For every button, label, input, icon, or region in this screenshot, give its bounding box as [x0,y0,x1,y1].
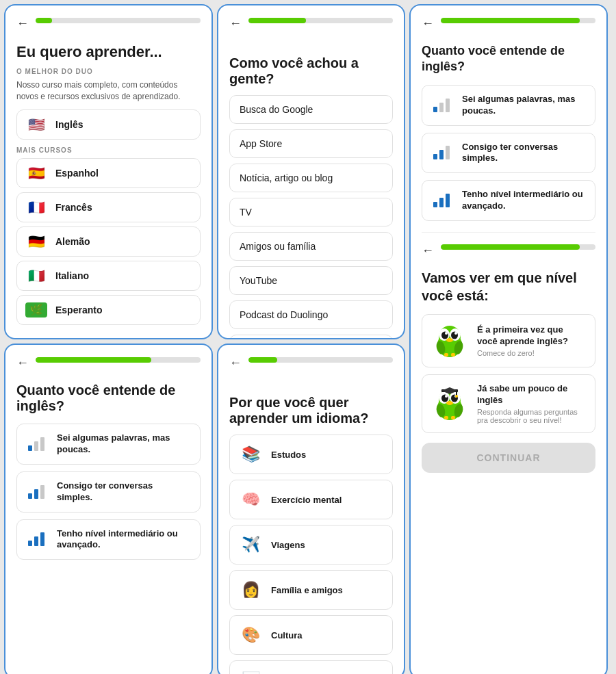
panel1-best-label: O MELHOR DO DUO [16,68,201,75]
flag-italiano: 🇮🇹 [25,268,47,283]
svg-rect-1 [34,441,38,451]
level-advanced[interactable]: Tenho nível intermediário ou avançado. [16,519,201,560]
bar-icon-inter [432,190,454,211]
progress-fill-3 [36,357,151,363]
back-arrow-7[interactable]: ← [422,244,434,258]
option-tiktok[interactable]: TikTok [229,335,393,339]
panel6-level-title: Quanto você entende de inglês? [422,43,595,75]
svg-rect-28 [446,146,450,159]
bar-icon-simple [27,481,49,503]
level-simple2-text: Consigo ter conversas simples. [462,142,585,165]
bar-icon-advanced [27,528,49,550]
lang-alemao[interactable]: 🇩🇪 Alemão [16,226,201,257]
option-noticia[interactable]: Notícia, artigo ou blog [229,164,393,192]
svg-point-38 [445,332,448,335]
option-google[interactable]: Busca do Google [229,95,393,124]
option-appstore[interactable]: App Store [229,129,393,158]
option-tv[interactable]: TV [229,198,393,226]
placement-zero-sub: Comece do zero! [477,349,585,357]
level-option-simple[interactable]: Consigo ter conversas simples. [422,133,595,174]
svg-rect-8 [40,532,44,546]
flag-esperanto: 🌿 [25,302,47,317]
level-option-inter[interactable]: Tenho nível intermediário ou avançado. [422,180,595,221]
reason-viagens[interactable]: ✈️ Viagens [229,525,393,565]
reason-mental[interactable]: 🧠 Exercício mental [229,480,393,519]
icon-mental: 🧠 [238,487,263,512]
svg-point-39 [454,332,457,335]
svg-rect-0 [28,445,32,451]
svg-rect-7 [34,536,38,546]
svg-rect-23 [433,107,437,112]
progress-bar-3 [36,357,201,363]
owl-grad [432,386,467,422]
reason-familia[interactable]: 👩 Família e amigos [229,570,393,610]
bar-icon-simple2 [432,142,454,164]
panel6-placement-title: Vamos ver em que nível você está: [422,269,595,304]
flag-espanhol: 🇪🇸 [25,166,47,181]
panel1-more-label: MAIS CURSOS [16,146,201,154]
icon-cultura: 🎨 [238,623,263,647]
level-simple[interactable]: Consigo ter conversas simples. [16,471,201,513]
panel1-desc: Nosso curso mais completo, com conteúdos… [16,79,201,103]
flag-alemao: 🇩🇪 [25,234,47,249]
panel-level: ← Quanto você entende de inglês? Sei alg… [4,344,213,674]
flag-ingles: 🇺🇸 [25,117,47,132]
svg-rect-26 [433,154,437,159]
progress-bar-4 [248,357,393,363]
level-simple-text: Consigo ter conversas simples. [57,480,190,504]
lang-espanhol[interactable]: 🇪🇸 Espanhol [16,158,201,188]
placement-test-text: Já sabe um pouco de inglês Responda algu… [477,383,585,424]
option-podcast[interactable]: Podcast do Duolingo [229,300,393,329]
level-beginner-text: Sei algumas palavras, mas poucas. [57,432,190,456]
level-option-few[interactable]: Sei algumas palavras, mas poucas. [422,85,595,126]
lang-espanhol-name: Espanhol [55,168,99,179]
back-arrow-3[interactable]: ← [16,356,29,370]
lang-alemao-name: Alemão [55,236,90,247]
option-amigos[interactable]: Amigos ou família [229,232,393,261]
level-beginner[interactable]: Sei algumas palavras, mas poucas. [16,424,201,465]
reason-familia-text: Família e amigos [271,585,343,595]
lang-italiano[interactable]: 🇮🇹 Italiano [16,261,201,291]
back-arrow-1[interactable]: ← [16,16,29,31]
svg-rect-44 [451,353,455,357]
placement-zero-title: É a primeira vez que você aprende inglês… [477,324,585,348]
flag-frances: 🇫🇷 [25,200,47,215]
svg-point-53 [446,401,453,405]
icon-carreira: 📊 [238,668,263,674]
reason-estudos-text: Estudos [271,450,306,460]
panel-placement: ← Quanto você entende de inglês? Sei alg… [409,4,608,674]
panel3-title: Quanto você entende de inglês? [16,383,201,414]
progress-fill-4 [248,357,277,363]
lang-frances[interactable]: 🇫🇷 Francês [16,192,201,222]
svg-rect-61 [451,416,455,419]
icon-familia: 👩 [238,578,263,602]
placement-zero-text: É a primeira vez que você aprende inglês… [477,324,585,357]
svg-rect-25 [446,99,450,112]
reason-cultura[interactable]: 🎨 Cultura [229,615,393,655]
svg-point-57 [455,395,458,398]
option-youtube[interactable]: YouTube [229,266,393,295]
panel1-title: Eu quero aprender... [16,43,201,61]
bar-icon-few [432,94,454,116]
reason-estudos[interactable]: 📚 Estudos [229,435,393,474]
placement-zero[interactable]: É a primeira vez que você aprende inglês… [422,314,595,367]
progress-bar-7 [441,244,595,250]
svg-rect-4 [34,489,38,499]
back-arrow-2[interactable]: ← [229,16,242,31]
panel-how-found: ← Como você achou a gente? Busca do Goog… [217,4,405,339]
featured-language[interactable]: 🇺🇸 Inglês [16,109,201,140]
lang-esperanto-name: Esperanto [55,304,102,315]
reason-carreira[interactable]: 📊 Carreira [229,660,393,674]
progress-bar-1 [36,18,201,23]
svg-rect-6 [28,541,32,546]
progress-fill-7 [441,244,580,250]
placement-test[interactable]: Já sabe um pouco de inglês Responda algu… [422,374,595,433]
level-advanced-text: Tenho nível intermediário ou avançado. [57,528,190,552]
back-arrow-6[interactable]: ← [422,16,434,31]
lang-frances-name: Francês [55,202,92,213]
back-arrow-4[interactable]: ← [229,356,242,370]
lang-esperanto[interactable]: 🌿 Esperanto [16,295,201,325]
panel4-title: Por que você quer aprender um idioma? [229,395,393,426]
progress-fill-1 [36,18,52,23]
placement-test-title: Já sabe um pouco de inglês [477,383,585,406]
